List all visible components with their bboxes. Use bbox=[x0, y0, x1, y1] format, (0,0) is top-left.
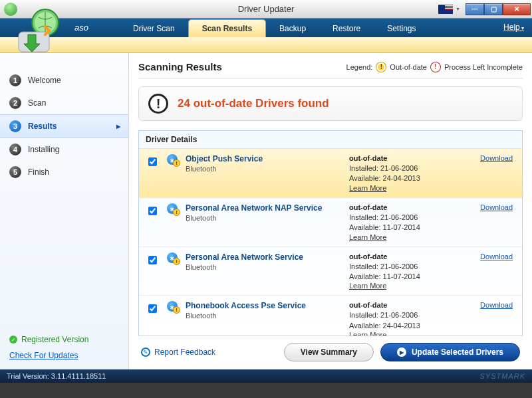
content: Scanning Results Legend: ! Out-of-date !… bbox=[129, 53, 532, 369]
main: 1 Welcome 2 Scan 3 Results 4 Installing … bbox=[0, 53, 532, 369]
feedback-icon: ✎ bbox=[141, 348, 150, 357]
sidebar-bottom: ✓ Registered Version Check For Updates bbox=[0, 328, 128, 369]
step-welcome[interactable]: 1 Welcome bbox=[0, 69, 128, 92]
step-results[interactable]: 3 Results bbox=[0, 114, 128, 138]
report-feedback-link[interactable]: ✎ Report Feedback bbox=[141, 348, 215, 357]
driver-checkbox[interactable] bbox=[148, 157, 157, 166]
legend-incomplete: Process Left Incomplete bbox=[444, 63, 523, 71]
update-selected-button[interactable]: ▶ Update Selected Drivers bbox=[380, 343, 520, 361]
warning-overlay-icon: ! bbox=[173, 258, 180, 265]
driver-status: out-of-date bbox=[349, 252, 456, 260]
driver-installed: Installed: 21-06-2006 bbox=[349, 262, 456, 272]
brand-suffix: aso bbox=[74, 23, 88, 33]
driver-status: out-of-date bbox=[349, 301, 456, 309]
step-finish[interactable]: 5 Finish bbox=[0, 161, 128, 183]
page-title: Scanning Results bbox=[138, 61, 222, 72]
learn-more-link[interactable]: Learn More bbox=[349, 233, 386, 241]
driver-status: out-of-date bbox=[349, 154, 456, 162]
step-number-icon: 1 bbox=[9, 74, 21, 86]
toolstrip bbox=[0, 37, 532, 53]
download-link[interactable]: Download bbox=[480, 203, 513, 211]
sidebar: 1 Welcome 2 Scan 3 Results 4 Installing … bbox=[0, 53, 129, 369]
tab-restore[interactable]: Restore bbox=[319, 20, 374, 37]
menubar: aso Driver Scan Scan Results Backup Rest… bbox=[0, 19, 532, 37]
update-selected-label: Update Selected Drivers bbox=[412, 348, 503, 357]
banner-text: 24 out-of-date Drivers found bbox=[178, 97, 329, 110]
driver-installed: Installed: 21-06-2006 bbox=[349, 163, 456, 173]
play-circle-icon: ▶ bbox=[397, 348, 406, 357]
driver-details-header: Driver Details bbox=[139, 131, 522, 149]
driver-row: ⁎!Personal Area Network ServiceBluetooth… bbox=[139, 247, 522, 296]
bluetooth-icon: ⁎! bbox=[167, 252, 180, 263]
driver-available: Available: 24-04-2013 bbox=[349, 173, 456, 183]
step-number-icon: 3 bbox=[9, 120, 21, 132]
warning-overlay-icon: ! bbox=[173, 159, 180, 167]
step-label: Scan bbox=[28, 98, 46, 108]
warning-badge-icon: ! bbox=[376, 62, 386, 72]
version-text: Trial Version: 3.11.4111.18511 bbox=[7, 372, 106, 380]
download-link[interactable]: Download bbox=[480, 252, 513, 260]
view-summary-button[interactable]: View Summary bbox=[284, 343, 374, 361]
statusbar: Trial Version: 3.11.4111.18511 SYSTMARK bbox=[0, 369, 532, 383]
driver-category: Bluetooth bbox=[186, 263, 349, 271]
report-label: Report Feedback bbox=[154, 348, 215, 357]
step-number-icon: 4 bbox=[9, 144, 21, 155]
registered-status: ✓ Registered Version bbox=[9, 335, 119, 344]
driver-available: Available: 24-04-2013 bbox=[349, 321, 456, 331]
flag-us-icon[interactable] bbox=[438, 5, 453, 14]
bluetooth-icon: ⁎! bbox=[167, 154, 180, 165]
driver-checkbox[interactable] bbox=[148, 256, 157, 264]
tab-driver-scan[interactable]: Driver Scan bbox=[120, 20, 188, 37]
help-menu[interactable]: Help bbox=[503, 23, 524, 32]
check-circle-icon: ✓ bbox=[9, 336, 17, 344]
driver-row: ⁎!Personal Area Network NAP ServiceBluet… bbox=[139, 198, 522, 247]
driver-row: ⁎!Phonebook Access Pse ServiceBluetootho… bbox=[139, 296, 522, 336]
driver-category: Bluetooth bbox=[186, 214, 349, 222]
driver-name: Phonebook Access Pse Service bbox=[186, 301, 349, 310]
driver-status: out-of-date bbox=[349, 203, 456, 211]
warning-overlay-icon: ! bbox=[173, 306, 180, 314]
tab-settings[interactable]: Settings bbox=[374, 20, 429, 37]
watermark: SYSTMARK bbox=[479, 372, 525, 380]
driver-installed: Installed: 21-06-2006 bbox=[349, 213, 456, 223]
error-badge-icon: ! bbox=[431, 62, 440, 72]
content-header: Scanning Results Legend: ! Out-of-date !… bbox=[138, 61, 523, 78]
titlebar: Driver Updater ▼ — ▢ ✕ bbox=[0, 0, 532, 19]
driver-name: Personal Area Network Service bbox=[186, 252, 349, 262]
driver-name: Object Push Service bbox=[186, 154, 349, 163]
warning-overlay-icon: ! bbox=[173, 209, 180, 216]
content-footer: ✎ Report Feedback View Summary ▶ Update … bbox=[138, 336, 523, 369]
step-number-icon: 2 bbox=[9, 97, 21, 109]
step-label: Results bbox=[28, 122, 57, 131]
step-scan[interactable]: 2 Scan bbox=[0, 92, 128, 114]
driver-category: Bluetooth bbox=[186, 165, 349, 173]
step-label: Finish bbox=[28, 167, 49, 177]
registered-label: Registered Version bbox=[21, 335, 88, 344]
download-link[interactable]: Download bbox=[480, 154, 513, 162]
learn-more-link[interactable]: Learn More bbox=[349, 184, 386, 192]
learn-more-link[interactable]: Learn More bbox=[349, 282, 386, 290]
download-link[interactable]: Download bbox=[480, 301, 513, 309]
driver-category: Bluetooth bbox=[186, 312, 349, 320]
step-number-icon: 5 bbox=[9, 166, 21, 178]
legend: Legend: ! Out-of-date ! Process Left Inc… bbox=[346, 62, 523, 72]
step-label: Installing bbox=[28, 145, 59, 154]
result-banner: ! 24 out-of-date Drivers found bbox=[138, 86, 523, 121]
driver-available: Available: 11-07-2014 bbox=[349, 272, 456, 282]
tab-scan-results[interactable]: Scan Results bbox=[188, 19, 266, 37]
step-list: 1 Welcome 2 Scan 3 Results 4 Installing … bbox=[0, 53, 128, 183]
learn-more-link[interactable]: Learn More bbox=[349, 331, 386, 336]
driver-row: ⁎!Object Push ServiceBluetoothout-of-dat… bbox=[139, 149, 522, 198]
bluetooth-icon: ⁎! bbox=[167, 203, 180, 214]
exclamation-circle-icon: ! bbox=[148, 94, 168, 114]
driver-checkbox[interactable] bbox=[148, 304, 157, 313]
legend-label: Legend: bbox=[346, 63, 373, 71]
tab-backup[interactable]: Backup bbox=[266, 20, 319, 37]
driver-name: Personal Area Network NAP Service bbox=[186, 203, 349, 213]
driver-checkbox[interactable] bbox=[148, 207, 157, 215]
driver-installed: Installed: 21-06-2006 bbox=[349, 310, 456, 320]
check-for-updates-link[interactable]: Check For Updates bbox=[9, 351, 78, 360]
product-logo-icon bbox=[13, 8, 66, 61]
driver-available: Available: 11-07-2014 bbox=[349, 223, 456, 233]
step-installing[interactable]: 4 Installing bbox=[0, 138, 128, 161]
